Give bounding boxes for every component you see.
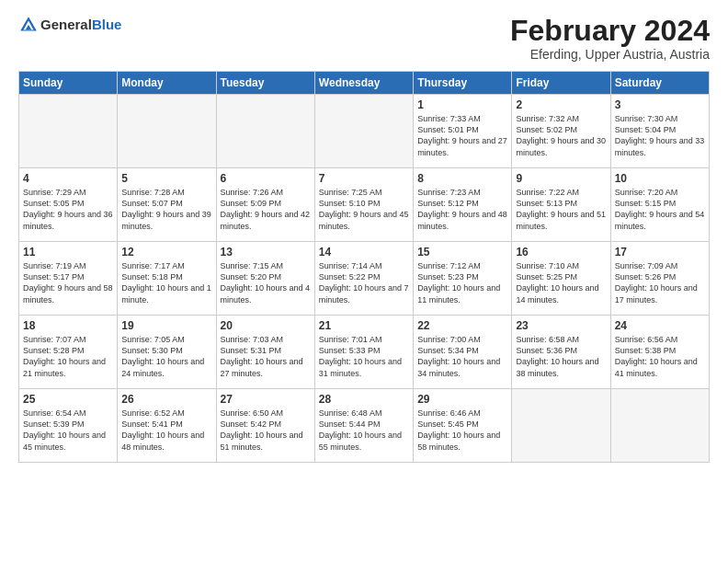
calendar-cell: 26Sunrise: 6:52 AM Sunset: 5:41 PM Dayli… (118, 389, 216, 463)
calendar-cell: 3Sunrise: 7:30 AM Sunset: 5:04 PM Daylig… (610, 95, 709, 168)
calendar-header-row: SundayMondayTuesdayWednesdayThursdayFrid… (19, 72, 710, 95)
calendar-cell: 20Sunrise: 7:03 AM Sunset: 5:31 PM Dayli… (216, 316, 314, 389)
day-info: Sunrise: 6:50 AM Sunset: 5:42 PM Dayligh… (221, 408, 311, 453)
calendar-cell: 2Sunrise: 7:32 AM Sunset: 5:02 PM Daylig… (512, 95, 610, 168)
day-info: Sunrise: 7:01 AM Sunset: 5:33 PM Dayligh… (319, 334, 409, 379)
weekday-header: Sunday (19, 72, 118, 95)
day-info: Sunrise: 7:10 AM Sunset: 5:25 PM Dayligh… (516, 260, 606, 305)
calendar-cell: 12Sunrise: 7:17 AM Sunset: 5:18 PM Dayli… (118, 242, 216, 316)
day-info: Sunrise: 7:09 AM Sunset: 5:26 PM Dayligh… (615, 260, 705, 305)
day-info: Sunrise: 6:48 AM Sunset: 5:44 PM Dayligh… (319, 408, 409, 453)
day-number: 7 (319, 172, 409, 185)
calendar-cell: 1Sunrise: 7:33 AM Sunset: 5:01 PM Daylig… (414, 95, 512, 168)
day-info: Sunrise: 7:15 AM Sunset: 5:20 PM Dayligh… (221, 260, 311, 305)
calendar-cell (19, 95, 118, 168)
calendar-week-row: 1Sunrise: 7:33 AM Sunset: 5:01 PM Daylig… (19, 95, 710, 168)
day-number: 6 (221, 172, 311, 185)
calendar-cell: 6Sunrise: 7:26 AM Sunset: 5:09 PM Daylig… (216, 168, 314, 242)
day-info: Sunrise: 7:33 AM Sunset: 5:01 PM Dayligh… (417, 113, 507, 158)
weekday-header: Friday (512, 72, 610, 95)
day-number: 14 (319, 246, 409, 259)
day-number: 26 (121, 393, 211, 406)
calendar-cell: 16Sunrise: 7:10 AM Sunset: 5:25 PM Dayli… (512, 242, 610, 316)
day-info: Sunrise: 7:28 AM Sunset: 5:07 PM Dayligh… (121, 187, 211, 232)
calendar-cell: 28Sunrise: 6:48 AM Sunset: 5:44 PM Dayli… (314, 389, 413, 463)
main-title: February 2024 (510, 15, 710, 47)
day-number: 2 (516, 98, 606, 111)
day-info: Sunrise: 6:52 AM Sunset: 5:41 PM Dayligh… (121, 408, 211, 453)
day-info: Sunrise: 7:26 AM Sunset: 5:09 PM Dayligh… (221, 187, 311, 232)
day-number: 3 (615, 98, 705, 111)
weekday-header: Thursday (414, 72, 512, 95)
day-info: Sunrise: 7:17 AM Sunset: 5:18 PM Dayligh… (121, 260, 211, 305)
calendar-cell: 18Sunrise: 7:07 AM Sunset: 5:28 PM Dayli… (19, 316, 118, 389)
weekday-header: Wednesday (314, 72, 413, 95)
calendar-week-row: 25Sunrise: 6:54 AM Sunset: 5:39 PM Dayli… (19, 389, 710, 463)
calendar-cell (216, 95, 314, 168)
calendar-cell: 7Sunrise: 7:25 AM Sunset: 5:10 PM Daylig… (314, 168, 413, 242)
day-number: 23 (516, 319, 606, 332)
day-info: Sunrise: 7:25 AM Sunset: 5:10 PM Dayligh… (319, 187, 409, 232)
day-number: 19 (121, 319, 211, 332)
day-number: 17 (615, 246, 705, 259)
logo: GeneralBlue (18, 15, 121, 35)
day-info: Sunrise: 7:29 AM Sunset: 5:05 PM Dayligh… (23, 187, 113, 232)
calendar-cell: 13Sunrise: 7:15 AM Sunset: 5:20 PM Dayli… (216, 242, 314, 316)
day-info: Sunrise: 7:07 AM Sunset: 5:28 PM Dayligh… (23, 334, 113, 379)
calendar-cell: 10Sunrise: 7:20 AM Sunset: 5:15 PM Dayli… (610, 168, 709, 242)
calendar-cell: 22Sunrise: 7:00 AM Sunset: 5:34 PM Dayli… (414, 316, 512, 389)
day-info: Sunrise: 6:56 AM Sunset: 5:38 PM Dayligh… (615, 334, 705, 379)
day-number: 10 (615, 172, 705, 185)
day-info: Sunrise: 7:14 AM Sunset: 5:22 PM Dayligh… (319, 260, 409, 305)
day-info: Sunrise: 7:22 AM Sunset: 5:13 PM Dayligh… (516, 187, 606, 232)
calendar-cell: 27Sunrise: 6:50 AM Sunset: 5:42 PM Dayli… (216, 389, 314, 463)
calendar-cell: 23Sunrise: 6:58 AM Sunset: 5:36 PM Dayli… (512, 316, 610, 389)
day-info: Sunrise: 6:54 AM Sunset: 5:39 PM Dayligh… (23, 408, 113, 453)
day-info: Sunrise: 7:23 AM Sunset: 5:12 PM Dayligh… (417, 187, 507, 232)
calendar-cell (314, 95, 413, 168)
day-number: 9 (516, 172, 606, 185)
calendar-cell: 9Sunrise: 7:22 AM Sunset: 5:13 PM Daylig… (512, 168, 610, 242)
day-number: 4 (23, 172, 113, 185)
calendar-week-row: 18Sunrise: 7:07 AM Sunset: 5:28 PM Dayli… (19, 316, 710, 389)
calendar-cell: 19Sunrise: 7:05 AM Sunset: 5:30 PM Dayli… (118, 316, 216, 389)
day-number: 28 (319, 393, 409, 406)
title-area: February 2024 Eferding, Upper Austria, A… (510, 15, 710, 62)
calendar-cell: 24Sunrise: 6:56 AM Sunset: 5:38 PM Dayli… (610, 316, 709, 389)
day-number: 16 (516, 246, 606, 259)
day-number: 8 (417, 172, 507, 185)
calendar-cell: 8Sunrise: 7:23 AM Sunset: 5:12 PM Daylig… (414, 168, 512, 242)
calendar: SundayMondayTuesdayWednesdayThursdayFrid… (18, 71, 710, 463)
day-info: Sunrise: 7:12 AM Sunset: 5:23 PM Dayligh… (417, 260, 507, 305)
calendar-cell: 25Sunrise: 6:54 AM Sunset: 5:39 PM Dayli… (19, 389, 118, 463)
day-info: Sunrise: 7:05 AM Sunset: 5:30 PM Dayligh… (121, 334, 211, 379)
header: GeneralBlue February 2024 Eferding, Uppe… (18, 15, 710, 62)
day-number: 5 (121, 172, 211, 185)
calendar-cell: 11Sunrise: 7:19 AM Sunset: 5:17 PM Dayli… (19, 242, 118, 316)
day-number: 18 (23, 319, 113, 332)
weekday-header: Monday (118, 72, 216, 95)
day-info: Sunrise: 7:20 AM Sunset: 5:15 PM Dayligh… (615, 187, 705, 232)
logo-text: GeneralBlue (40, 17, 121, 33)
day-info: Sunrise: 7:00 AM Sunset: 5:34 PM Dayligh… (417, 334, 507, 379)
calendar-cell: 17Sunrise: 7:09 AM Sunset: 5:26 PM Dayli… (610, 242, 709, 316)
calendar-cell (610, 389, 709, 463)
day-number: 13 (221, 246, 311, 259)
calendar-cell (118, 95, 216, 168)
day-number: 12 (121, 246, 211, 259)
day-info: Sunrise: 6:46 AM Sunset: 5:45 PM Dayligh… (417, 408, 507, 453)
day-info: Sunrise: 7:03 AM Sunset: 5:31 PM Dayligh… (221, 334, 311, 379)
day-info: Sunrise: 7:32 AM Sunset: 5:02 PM Dayligh… (516, 113, 606, 158)
weekday-header: Saturday (610, 72, 709, 95)
day-number: 27 (221, 393, 311, 406)
calendar-cell: 29Sunrise: 6:46 AM Sunset: 5:45 PM Dayli… (414, 389, 512, 463)
calendar-cell: 5Sunrise: 7:28 AM Sunset: 5:07 PM Daylig… (118, 168, 216, 242)
calendar-cell: 14Sunrise: 7:14 AM Sunset: 5:22 PM Dayli… (314, 242, 413, 316)
calendar-cell: 21Sunrise: 7:01 AM Sunset: 5:33 PM Dayli… (314, 316, 413, 389)
calendar-week-row: 4Sunrise: 7:29 AM Sunset: 5:05 PM Daylig… (19, 168, 710, 242)
day-number: 24 (615, 319, 705, 332)
day-info: Sunrise: 7:30 AM Sunset: 5:04 PM Dayligh… (615, 113, 705, 158)
day-number: 22 (417, 319, 507, 332)
subtitle: Eferding, Upper Austria, Austria (510, 47, 710, 62)
day-number: 29 (417, 393, 507, 406)
